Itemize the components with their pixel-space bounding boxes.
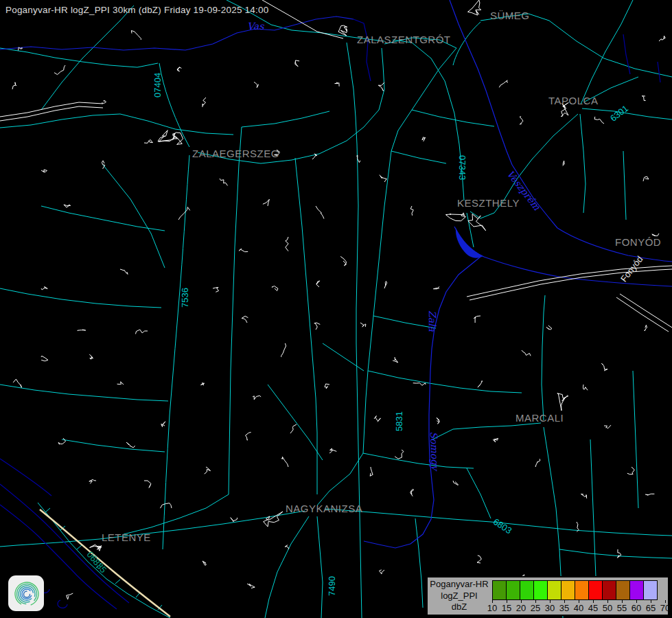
village-outline <box>78 330 86 331</box>
legend-scale: 10152025303540455055606570 <box>492 579 665 613</box>
village-outline <box>202 561 206 565</box>
city-label-zalaszentgrot: ZALASZENTGRÓT <box>357 34 451 45</box>
village-outline <box>247 584 255 588</box>
city-label-zalaegerszeg: ZALAEGERSZEG <box>192 148 279 159</box>
city-label-tapolca: TAPOLCA <box>548 95 598 106</box>
village-outline <box>202 98 206 107</box>
village-outline <box>13 379 21 387</box>
city-label-fonyod: FONYÓD <box>615 236 661 248</box>
village-outline <box>522 350 531 356</box>
village-outline <box>329 448 336 453</box>
legend-tick-label: 70 <box>660 603 670 613</box>
village-outline <box>340 256 347 266</box>
village-outline <box>380 175 386 182</box>
village-outline <box>131 31 141 41</box>
village-outline <box>453 481 459 485</box>
legend-cell <box>547 580 561 600</box>
legend: Poganyvar-HR logZ_PPI dbZ 10152025303540… <box>426 576 669 616</box>
village-outline <box>54 65 65 75</box>
village-outline <box>231 518 237 522</box>
village-outline <box>41 286 47 290</box>
legend-cell <box>616 580 630 600</box>
village-outline <box>161 422 165 427</box>
legend-cell <box>575 580 589 600</box>
village-outline <box>433 286 439 289</box>
cyan-roads <box>0 0 672 618</box>
village-outline <box>253 396 261 400</box>
village-outline <box>520 117 523 125</box>
village-outline <box>117 382 124 385</box>
legend-tick-label: 45 <box>588 603 598 613</box>
village-outline <box>478 381 483 387</box>
town-outline <box>468 0 481 15</box>
village-outline <box>314 323 321 330</box>
legend-ticks: 10152025303540455055606570 <box>492 600 665 613</box>
village-outline <box>325 384 329 389</box>
town-outline <box>445 213 465 221</box>
spiral-icon <box>8 575 44 611</box>
legend-cell <box>602 580 616 600</box>
lake-balaton-tip <box>456 228 483 258</box>
village-outline <box>67 593 73 599</box>
legend-product: logZ_PPI <box>428 591 491 602</box>
village-outline <box>178 207 190 220</box>
county-label-somogy: Somogy <box>428 431 441 470</box>
village-outline <box>546 325 552 330</box>
village-outline <box>160 503 172 508</box>
village-outline <box>395 450 404 459</box>
village-outline <box>627 467 635 474</box>
village-outline <box>281 457 288 467</box>
village-outline <box>89 354 93 359</box>
village-outline <box>379 570 384 574</box>
legend-tick-label: 35 <box>559 603 569 613</box>
village-outline <box>493 438 498 442</box>
legend-unit: dbZ <box>428 602 491 613</box>
city-label-letenye: LETENYE <box>102 531 151 543</box>
village-outline <box>617 549 621 558</box>
village-outline <box>290 424 297 433</box>
village-outline <box>144 481 151 488</box>
village-outline <box>135 330 148 334</box>
road-label-07343: 07343 <box>457 155 467 180</box>
village-outline <box>581 494 587 498</box>
village-outline <box>643 176 649 181</box>
village-outline <box>645 325 647 331</box>
village-outline <box>645 494 654 495</box>
village-outline <box>89 479 96 483</box>
village-outline <box>563 161 565 165</box>
village-outline <box>477 556 481 563</box>
blue-rivers-borders <box>0 0 672 548</box>
village-outline <box>201 383 205 386</box>
village-outline <box>41 170 47 172</box>
village-outline <box>659 36 665 41</box>
village-outline <box>144 139 152 144</box>
city-label-nagykanizsa: NAGYKANIZSA <box>286 503 362 514</box>
village-outline <box>41 356 48 360</box>
village-outline <box>220 179 228 185</box>
village-outline <box>254 82 259 88</box>
road-label-5831: 5831 <box>394 411 404 431</box>
radar-title: Poganyvar-HR logZ_PPI 30km (dbZ) Friday … <box>5 5 268 15</box>
village-outline <box>413 383 426 386</box>
legend-cell <box>588 580 603 600</box>
village-outline <box>286 237 288 251</box>
village-outline <box>64 205 71 207</box>
village-outline <box>594 117 604 124</box>
village-outline <box>102 100 106 103</box>
legend-tick-label: 65 <box>646 603 656 613</box>
town-outline <box>158 130 175 142</box>
village-outline <box>370 467 373 476</box>
legend-tick-label: 15 <box>502 603 511 613</box>
village-outline <box>335 82 339 87</box>
white-roads <box>0 0 672 332</box>
village-outline <box>281 343 286 357</box>
village-outline <box>360 323 366 327</box>
village-outline <box>384 282 387 288</box>
village-outline <box>126 442 135 448</box>
village-outline <box>604 425 611 428</box>
legend-tick-label: 55 <box>617 603 627 613</box>
legend-cell <box>506 580 520 600</box>
village-outline <box>374 416 380 422</box>
road-label-07404: 07404 <box>152 73 163 98</box>
legend-tick-label: 40 <box>574 603 583 613</box>
